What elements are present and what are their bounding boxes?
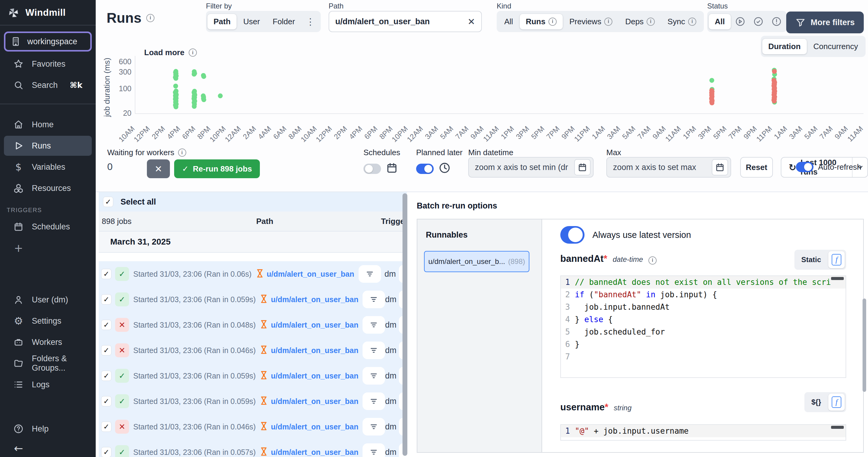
view-duration[interactable]: Duration: [762, 39, 807, 54]
status-failure-icon[interactable]: [768, 13, 785, 30]
refresh-icon: ↻: [789, 162, 796, 173]
schedules-toggle[interactable]: [364, 164, 381, 174]
sidebar-item-workers[interactable]: Workers: [4, 332, 92, 352]
run-path-link[interactable]: u/dm/alert_on_user_ban: [271, 423, 358, 431]
x-tick-label: 3AM: [424, 124, 440, 141]
select-all-row[interactable]: ✓ Select all: [99, 192, 407, 211]
editor-hscroll-thumb[interactable]: [831, 277, 844, 280]
run-path-link[interactable]: u/dm/alert_on_user_ban: [271, 295, 358, 304]
table-scrollbar[interactable]: [403, 193, 407, 456]
run-path-link[interactable]: u/dm/alert_on_user_ban: [271, 372, 358, 380]
run-path-link[interactable]: u/dm/alert_on_user_ban: [271, 321, 358, 330]
status-success-icon[interactable]: [750, 13, 767, 30]
kind-sync[interactable]: Synci: [661, 14, 702, 29]
runnable-item[interactable]: u/dm/alert_on_user_b... (898): [424, 251, 529, 272]
kind-previews[interactable]: Previewsi: [563, 14, 618, 29]
filter-path-button[interactable]: [359, 265, 381, 283]
line-number: 6: [561, 338, 575, 351]
sidebar-item-search[interactable]: Search ⌘k: [4, 75, 92, 95]
workspace-selector[interactable]: workingspace: [4, 31, 92, 52]
table-row[interactable]: ✓✓Started 31/03, 23:06 (Ran in 0.059s)u/…: [99, 363, 407, 389]
status-all[interactable]: All: [709, 14, 731, 29]
sidebar-item-home[interactable]: Home: [4, 115, 92, 135]
bannedAt-code-editor[interactable]: 1// bannedAt does not exist on all versi…: [560, 276, 846, 378]
clear-path-icon[interactable]: ✕: [468, 17, 475, 27]
row-checkbox[interactable]: ✓: [101, 371, 112, 381]
table-row[interactable]: ✓✕Started 31/03, 23:06 (Ran in 0.046s)u/…: [99, 338, 407, 363]
sidebar-item-variables[interactable]: $ Variables: [4, 157, 92, 177]
x-tick-label: 2PM: [150, 124, 166, 141]
more-filters-button[interactable]: More filters: [786, 11, 864, 33]
max-datetime-input[interactable]: zoom x axis to set max: [606, 157, 731, 178]
javascript-tab[interactable]: f: [828, 251, 845, 268]
max-calendar-button[interactable]: [712, 159, 728, 175]
reset-button[interactable]: Reset: [740, 157, 773, 178]
table-row[interactable]: ✓✕Started 31/03, 23:06 (Ran in 0.048s)u/…: [99, 312, 407, 338]
kind-all[interactable]: All: [498, 14, 519, 29]
filter-path-button[interactable]: [363, 367, 385, 384]
kind-deps[interactable]: Depsi: [619, 14, 661, 29]
cancel-selection-button[interactable]: ✕: [147, 160, 170, 178]
sidebar-item-resources[interactable]: Resources: [4, 178, 92, 198]
sidebar-item-runs[interactable]: Runs: [4, 136, 92, 156]
sidebar-item-favorites[interactable]: Favorites: [4, 54, 92, 74]
filter-path-button[interactable]: [363, 342, 385, 359]
javascript-tab[interactable]: f: [828, 394, 845, 411]
row-checkbox[interactable]: ✓: [101, 345, 112, 355]
sidebar-item-schedules[interactable]: Schedules: [4, 217, 92, 237]
username-code-editor[interactable]: 1"@" + job.input.username: [560, 424, 846, 440]
table-row[interactable]: ✓✓Started 31/03, 23:06 (Ran in 0.059s)u/…: [99, 287, 407, 312]
min-calendar-button[interactable]: [574, 159, 591, 175]
status-running-icon[interactable]: [732, 13, 749, 30]
filter-by-folder[interactable]: Folder: [267, 14, 301, 29]
planned-later-toggle[interactable]: [416, 164, 434, 174]
sidebar-item-logs[interactable]: Logs: [4, 375, 92, 395]
table-row[interactable]: ✓✕Started 31/03, 23:06 (Ran in 0.046s)u/…: [99, 414, 407, 439]
scatter-plot[interactable]: job duration (ms)6003001002010AM12PM2PM4…: [102, 54, 868, 155]
runs-info-icon[interactable]: i: [146, 14, 154, 22]
filter-path-button[interactable]: [363, 291, 385, 308]
row-checkbox[interactable]: ✓: [101, 294, 112, 305]
filter-path-button[interactable]: [363, 393, 385, 410]
run-path-link[interactable]: u/dm/alert_on_user_ban: [271, 397, 358, 406]
sidebar-item-user[interactable]: User (dm): [4, 290, 92, 310]
filter-by-more-icon[interactable]: ⋮: [302, 13, 319, 30]
kind-runs[interactable]: Runsi: [520, 14, 563, 29]
table-row[interactable]: ✓✓Started 31/03, 23:06 (Ran in 0.057s)u/…: [99, 439, 407, 457]
auto-refresh-toggle[interactable]: [796, 162, 813, 172]
run-path-link[interactable]: u/dm/alert_on_user_ban: [271, 346, 358, 355]
y-axis-label: job duration (ms): [102, 58, 112, 117]
path-filter-input[interactable]: u/dm/alert_on_user_ban ✕: [329, 11, 482, 32]
select-all-checkbox[interactable]: ✓: [103, 197, 113, 207]
row-checkbox[interactable]: ✓: [101, 269, 112, 279]
filter-by-user[interactable]: User: [237, 14, 266, 29]
view-concurrency[interactable]: Concurrency: [807, 39, 864, 54]
path-column-header[interactable]: Path: [256, 217, 273, 226]
sidebar-item-settings[interactable]: ⚙ Settings: [4, 311, 92, 331]
sidebar-item-folders-groups[interactable]: Folders & Groups...: [4, 353, 92, 373]
row-checkbox[interactable]: ✓: [101, 422, 112, 432]
filter-path-button[interactable]: [363, 444, 385, 457]
table-row[interactable]: ✓✓Started 31/03, 23:06 (Ran in 0.059s)u/…: [99, 389, 407, 414]
filter-path-button[interactable]: [363, 418, 385, 435]
editor-hscroll-thumb[interactable]: [831, 426, 844, 429]
run-path-link[interactable]: u/dm/alert_on_user_ban: [267, 270, 354, 279]
rerun-jobs-button[interactable]: ✓ Re-run 898 jobs: [174, 160, 260, 178]
static-tab[interactable]: Static: [796, 255, 827, 264]
row-checkbox[interactable]: ✓: [101, 447, 112, 457]
collapse-sidebar-button[interactable]: ←: [4, 440, 92, 456]
min-datetime-input[interactable]: zoom x axis to set min (dr: [468, 157, 594, 178]
row-checkbox[interactable]: ✓: [101, 396, 112, 406]
template-tab[interactable]: ${}: [806, 398, 827, 406]
filter-path-button[interactable]: [363, 316, 385, 334]
sidebar-item-help[interactable]: Help: [4, 419, 92, 439]
filter-by-path[interactable]: Path: [208, 14, 237, 29]
row-checkbox[interactable]: ✓: [101, 320, 112, 330]
app-logo[interactable]: Windmill: [0, 0, 96, 25]
table-row[interactable]: ✓✓Started 31/03, 23:06 (Ran in 0.06s)u/d…: [99, 261, 407, 287]
latest-version-toggle[interactable]: [560, 226, 585, 244]
add-trigger-button[interactable]: +: [4, 238, 92, 258]
filter-lines-icon: [369, 371, 378, 380]
page-scrollbar[interactable]: [863, 298, 866, 392]
run-path-link[interactable]: u/dm/alert_on_user_ban: [271, 448, 358, 457]
